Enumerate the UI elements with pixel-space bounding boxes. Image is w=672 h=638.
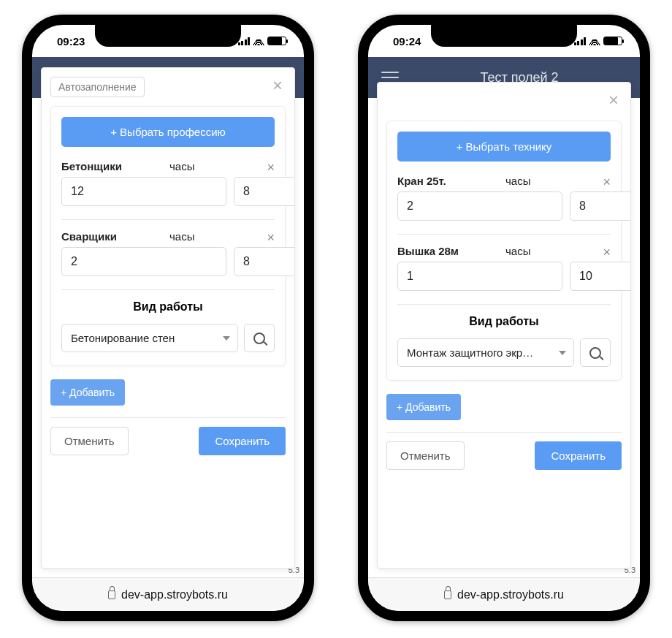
form-card: + Выбрать профессию Бетонщики часы ×: [50, 106, 286, 366]
count-input[interactable]: [61, 247, 226, 276]
close-icon[interactable]: ×: [606, 91, 622, 109]
hours-input[interactable]: [570, 262, 631, 291]
remove-row-icon[interactable]: ×: [603, 245, 611, 260]
form-card: + Выбрать технику Кран 25т. часы ×: [386, 121, 622, 381]
resource-row: Вышка 28м часы ×: [397, 245, 611, 291]
notch: [95, 25, 241, 47]
wifi-icon: [589, 37, 600, 45]
divider: [397, 304, 611, 305]
modal-dialog: Автозаполнение × + Выбрать профессию Бет…: [41, 67, 295, 569]
remove-row-icon[interactable]: ×: [267, 160, 275, 175]
chevron-down-icon: [223, 336, 230, 341]
close-icon[interactable]: ×: [270, 77, 286, 94]
work-type-select[interactable]: Монтаж защитного экр…: [397, 338, 574, 367]
count-input[interactable]: [61, 177, 226, 206]
count-input[interactable]: [397, 262, 562, 291]
hours-label: часы: [167, 230, 275, 243]
status-icons: [238, 37, 287, 45]
hours-input[interactable]: [234, 247, 295, 276]
browser-bar: dev-app.stroybots.ru: [368, 577, 640, 611]
remove-row-icon[interactable]: ×: [267, 230, 275, 246]
select-value: Бетонирование стен: [71, 332, 175, 344]
lock-icon: [444, 590, 451, 599]
row-label: Бетонщики: [61, 160, 167, 172]
divider: [397, 234, 611, 235]
browser-bar: dev-app.stroybots.ru: [32, 577, 304, 611]
hours-input[interactable]: [570, 191, 631, 221]
divider: [386, 432, 622, 433]
divider: [61, 289, 275, 290]
modal-dialog: × + Выбрать технику Кран 25т. часы ×: [377, 82, 631, 569]
chevron-down-icon: [559, 351, 566, 355]
select-profession-button[interactable]: + Выбрать профессию: [61, 117, 275, 147]
hours-label: часы: [503, 245, 611, 257]
phone-frame: 09:24 Тест полей 2 × + Выбрать технику К…: [358, 15, 650, 621]
select-value: Монтаж защитного экр…: [407, 346, 533, 359]
resource-row: Сварщики часы ×: [61, 230, 275, 276]
divider: [50, 417, 286, 418]
wifi-icon: [253, 37, 264, 45]
remove-row-icon[interactable]: ×: [603, 175, 611, 190]
row-label: Вышка 28м: [397, 245, 503, 257]
hours-input[interactable]: [234, 177, 295, 206]
status-time: 09:24: [393, 35, 421, 48]
battery-icon: [603, 37, 622, 45]
save-button[interactable]: Сохранить: [199, 427, 286, 455]
work-type-heading: Вид работы: [61, 300, 275, 314]
cancel-button[interactable]: Отменить: [386, 441, 465, 470]
cancel-button[interactable]: Отменить: [50, 427, 129, 455]
count-input[interactable]: [397, 191, 562, 221]
autofill-chip[interactable]: Автозаполнение: [50, 77, 145, 97]
resource-row: Бетонщики часы ×: [61, 160, 275, 206]
search-button[interactable]: [244, 324, 275, 352]
status-time: 09:23: [57, 35, 85, 48]
hours-label: часы: [167, 160, 275, 172]
add-button[interactable]: + Добавить: [386, 394, 461, 420]
url-text: dev-app.stroybots.ru: [121, 588, 228, 601]
hours-label: часы: [503, 175, 611, 187]
work-type-heading: Вид работы: [397, 315, 611, 328]
resource-row: Кран 25т. часы ×: [397, 175, 611, 221]
url-text: dev-app.stroybots.ru: [457, 588, 564, 601]
row-label: Сварщики: [61, 230, 167, 243]
add-button[interactable]: + Добавить: [50, 379, 125, 406]
notch: [431, 25, 577, 47]
save-button[interactable]: Сохранить: [535, 441, 622, 470]
work-type-select[interactable]: Бетонирование стен: [61, 324, 238, 352]
select-equipment-button[interactable]: + Выбрать технику: [397, 132, 611, 162]
status-icons: [574, 37, 623, 45]
divider: [61, 219, 275, 220]
search-icon: [253, 333, 265, 344]
lock-icon: [108, 590, 115, 599]
battery-icon: [267, 37, 286, 45]
row-label: Кран 25т.: [397, 175, 503, 187]
phone-frame: 09:23 Автозаполнение × + Выбрать професс…: [22, 15, 314, 621]
search-icon: [589, 347, 601, 359]
search-button[interactable]: [580, 338, 611, 367]
